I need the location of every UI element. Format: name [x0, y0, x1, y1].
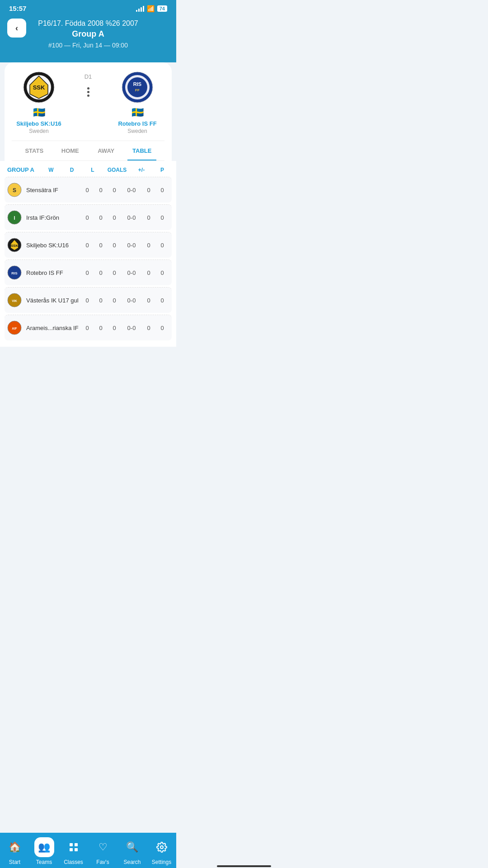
svg-text:RIS: RIS: [133, 81, 141, 87]
stensatra-pts: 0: [155, 187, 169, 193]
team-name-irsta: Irsta IF:Grön: [26, 214, 80, 221]
home-team-name: Skiljebo SK:U16: [16, 120, 61, 127]
table-row: AIF Arameis...rianska IF 0 0 0 0-0 0 0: [5, 315, 172, 340]
away-flag: 🇸🇪: [131, 107, 144, 118]
stensatra-l: 0: [108, 187, 121, 193]
tab-bar: STATS HOME AWAY TABLE: [12, 141, 164, 161]
home-team: SSK 🇸🇪 Skiljebo SK:U16 Sweden: [12, 71, 66, 134]
svg-point-6: [127, 77, 147, 97]
content-scroll: SSK 🇸🇪 Skiljebo SK:U16 Sweden D1: [0, 62, 176, 387]
rotebro-w: 0: [80, 269, 94, 276]
team-name-skiljebo: Skiljebo SK:U16: [26, 242, 80, 249]
skiljebo-pts: 0: [155, 242, 169, 249]
match-card: SSK 🇸🇪 Skiljebo SK:U16 Sweden D1: [5, 62, 172, 161]
home-flag: 🇸🇪: [33, 107, 45, 118]
table-row: S Stensätra IF 0 0 0 0-0 0 0: [5, 177, 172, 203]
rotebro-l: 0: [108, 269, 121, 276]
team-logo-rotebro: RIS: [7, 265, 22, 280]
rotebro-pts: 0: [155, 269, 169, 276]
page-header: ‹ P16/17. Födda 2008 %26 2007 Group A #1…: [0, 15, 176, 62]
arameis-goals: 0-0: [121, 325, 142, 331]
standings-table: GROUP A W D L GOALS +/- P S Stensätra IF…: [0, 161, 176, 347]
team-logo-skiljebo: SSK: [7, 238, 22, 252]
irsta-l: 0: [108, 214, 121, 221]
table-row: I Irsta IF:Grön 0 0 0 0-0 0 0: [5, 204, 172, 230]
away-country: Sweden: [127, 128, 147, 134]
home-country: Sweden: [29, 128, 48, 134]
skiljebo-goals: 0-0: [121, 242, 142, 249]
svg-text:SSK: SSK: [11, 244, 19, 248]
signal-icon: [136, 5, 144, 12]
status-time: 15:57: [9, 5, 26, 12]
stensatra-goals: 0-0: [121, 187, 142, 193]
table-row: SSK Skiljebo SK:U16 0 0 0 0-0 0 0: [5, 232, 172, 258]
header-title: P16/17. Födda 2008 %26 2007: [38, 19, 138, 28]
svg-text:VIK: VIK: [12, 299, 17, 302]
arameis-w: 0: [80, 325, 94, 331]
stensatra-diff: 0: [142, 187, 155, 193]
vasteras-diff: 0: [142, 297, 155, 304]
skiljebo-l: 0: [108, 242, 121, 249]
vasteras-pts: 0: [155, 297, 169, 304]
tab-home[interactable]: HOME: [52, 141, 89, 160]
irsta-pts: 0: [155, 214, 169, 221]
away-team-logo: RIS FF: [122, 71, 153, 103]
skiljebo-diff: 0: [142, 242, 155, 249]
vasteras-l: 0: [108, 297, 121, 304]
score-dot-3: [87, 94, 89, 97]
header-subtitle: Group A: [72, 29, 104, 39]
team-logo-stensatra: S: [7, 183, 22, 197]
team-name-vasteras: Västerås IK U17 gul: [26, 297, 80, 304]
irsta-d: 0: [94, 214, 108, 221]
score-separator: [87, 87, 89, 97]
col-diff: +/-: [135, 167, 148, 173]
skiljebo-w: 0: [80, 242, 94, 249]
team-name-stensatra: Stensätra IF: [26, 187, 80, 193]
team-name-arameis: Arameis...rianska IF: [26, 325, 80, 331]
battery-indicator: 74: [157, 5, 167, 12]
irsta-diff: 0: [142, 214, 155, 221]
tab-away[interactable]: AWAY: [88, 141, 124, 160]
vasteras-goals: 0-0: [121, 297, 142, 304]
tab-table[interactable]: TABLE: [124, 141, 160, 160]
vasteras-d: 0: [94, 297, 108, 304]
col-d: D: [65, 167, 79, 173]
arameis-l: 0: [108, 325, 121, 331]
match-teams: SSK 🇸🇪 Skiljebo SK:U16 Sweden D1: [12, 71, 164, 134]
svg-text:AIF: AIF: [12, 327, 17, 330]
match-division: D1: [84, 73, 92, 80]
status-right: 📶 74: [136, 5, 167, 12]
arameis-pts: 0: [155, 325, 169, 331]
away-team-name: Rotebro IS FF: [118, 120, 156, 127]
table-row: VIK Västerås IK U17 gul 0 0 0 0-0 0 0: [5, 287, 172, 313]
match-center: D1: [84, 71, 92, 97]
col-w: W: [44, 167, 58, 173]
team-logo-irsta: I: [7, 210, 22, 225]
svg-text:I: I: [14, 215, 15, 221]
table-row: RIS Rotebro IS FF 0 0 0 0-0 0 0: [5, 259, 172, 285]
col-l: L: [86, 167, 99, 173]
col-pts: P: [155, 167, 169, 173]
irsta-w: 0: [80, 214, 94, 221]
stensatra-w: 0: [80, 187, 94, 193]
group-name: GROUP A: [7, 166, 37, 173]
score-dot-1: [87, 87, 89, 90]
home-team-logo: SSK: [23, 71, 55, 103]
back-button[interactable]: ‹: [7, 19, 26, 38]
col-goals: GOALS: [107, 167, 127, 173]
wifi-icon: 📶: [147, 5, 155, 12]
vasteras-w: 0: [80, 297, 94, 304]
svg-text:FF: FF: [135, 88, 140, 92]
svg-text:RIS: RIS: [11, 271, 18, 275]
team-logo-arameis: AIF: [7, 321, 22, 335]
status-bar: 15:57 📶 74: [0, 0, 176, 15]
arameis-d: 0: [94, 325, 108, 331]
tab-stats[interactable]: STATS: [16, 141, 52, 160]
team-logo-vasteras: VIK: [7, 293, 22, 307]
rotebro-diff: 0: [142, 269, 155, 276]
header-info: #100 — Fri, Jun 14 — 09:00: [48, 42, 128, 49]
skiljebo-d: 0: [94, 242, 108, 249]
irsta-goals: 0-0: [121, 214, 142, 221]
group-header: GROUP A W D L GOALS +/- P: [5, 161, 172, 177]
team-name-rotebro: Rotebro IS FF: [26, 269, 80, 276]
